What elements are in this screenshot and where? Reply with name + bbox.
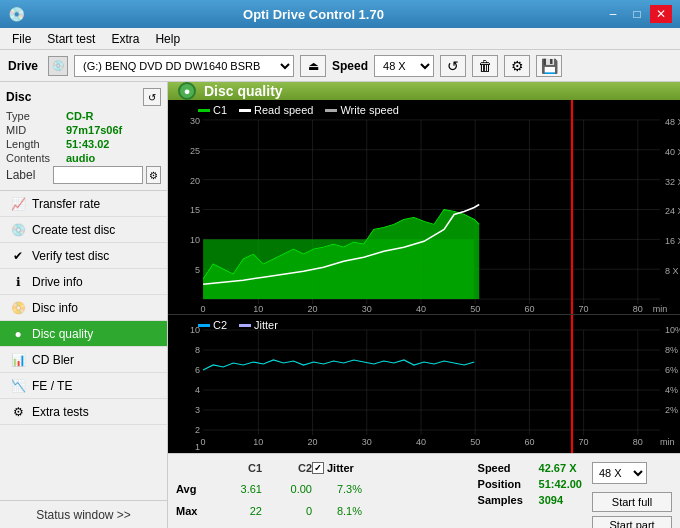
max-c2: 0 [262, 505, 312, 517]
speed-label: Speed [332, 59, 368, 73]
position-value: 51:42.00 [539, 478, 582, 490]
disc-label-input[interactable] [53, 166, 143, 184]
disc-label-settings-button[interactable]: ⚙ [146, 166, 161, 184]
maximize-button[interactable]: □ [626, 5, 648, 23]
title-bar: 💿 Opti Drive Control 1.70 – □ ✕ [0, 0, 680, 28]
sidebar-item-extra-tests[interactable]: ⚙ Extra tests [0, 399, 167, 425]
svg-rect-40 [168, 315, 680, 453]
sidebar-item-transfer-rate[interactable]: 📈 Transfer rate [0, 191, 167, 217]
jitter-checkbox[interactable]: ✓ [312, 462, 324, 474]
disc-refresh-button[interactable]: ↺ [143, 88, 161, 106]
svg-text:20: 20 [308, 437, 318, 447]
cd-bler-icon: 📊 [10, 352, 26, 368]
svg-text:min: min [660, 437, 675, 447]
refresh-button[interactable]: ↺ [440, 55, 466, 77]
svg-text:40: 40 [416, 304, 426, 314]
drive-bar: Drive 💿 (G:) BENQ DVD DD DW1640 BSRB ⏏ S… [0, 50, 680, 82]
eraser-button[interactable]: 🗑 [472, 55, 498, 77]
svg-text:6: 6 [195, 365, 200, 375]
disc-type-value: CD-R [66, 110, 94, 122]
svg-text:4%: 4% [665, 385, 678, 395]
stat-c2-header: C2 [262, 462, 312, 474]
transfer-rate-icon: 📈 [10, 196, 26, 212]
max-jitter: 8.1% [312, 505, 362, 517]
charts-area: C1 Read speed Write speed [168, 100, 680, 453]
create-test-disc-icon: 💿 [10, 222, 26, 238]
sidebar-item-verify-test-disc[interactable]: ✔ Verify test disc [0, 243, 167, 269]
read-speed-legend-color [239, 109, 251, 112]
sidebar-item-disc-info[interactable]: 📀 Disc info [0, 295, 167, 321]
svg-text:1: 1 [195, 442, 200, 452]
svg-text:0: 0 [201, 437, 206, 447]
menu-file[interactable]: File [4, 30, 39, 48]
menu-bar: File Start test Extra Help [0, 28, 680, 50]
position-key: Position [478, 478, 533, 490]
disc-quality-icon-circle: ● [178, 82, 196, 100]
chart-red-line-bottom [571, 315, 573, 453]
sidebar-item-label: Disc quality [32, 327, 93, 341]
speed-select-drive[interactable]: 8 X16 X24 X32 X40 X48 X [374, 55, 434, 77]
action-speed-select[interactable]: 48 X [592, 462, 647, 484]
sidebar-item-label: Extra tests [32, 405, 89, 419]
drive-select[interactable]: (G:) BENQ DVD DD DW1640 BSRB [74, 55, 294, 77]
sidebar-item-cd-bler[interactable]: 📊 CD Bler [0, 347, 167, 373]
disc-contents-value: audio [66, 152, 95, 164]
samples-key: Samples [478, 494, 533, 506]
samples-value: 3094 [539, 494, 563, 506]
svg-text:70: 70 [579, 304, 589, 314]
settings-button[interactable]: ⚙ [504, 55, 530, 77]
sidebar-item-label: Create test disc [32, 223, 115, 237]
svg-text:32 X: 32 X [665, 177, 680, 187]
svg-text:60: 60 [524, 437, 534, 447]
c1-legend-color [198, 109, 210, 112]
drive-label: Drive [8, 59, 38, 73]
svg-text:50: 50 [470, 437, 480, 447]
svg-text:50: 50 [470, 304, 480, 314]
chart-top-legend: C1 Read speed Write speed [198, 104, 399, 116]
menu-help[interactable]: Help [147, 30, 188, 48]
save-button[interactable]: 💾 [536, 55, 562, 77]
svg-text:0: 0 [201, 304, 206, 314]
menu-extra[interactable]: Extra [103, 30, 147, 48]
window-icon: 💿 [8, 6, 25, 22]
svg-text:16 X: 16 X [665, 236, 680, 246]
eject-button[interactable]: ⏏ [300, 55, 326, 77]
start-full-button[interactable]: Start full [592, 492, 672, 512]
sidebar-item-fe-te[interactable]: 📉 FE / TE [0, 373, 167, 399]
svg-text:10: 10 [253, 304, 263, 314]
sidebar-item-label: Transfer rate [32, 197, 100, 211]
svg-text:15: 15 [190, 206, 200, 216]
svg-text:4: 4 [195, 385, 200, 395]
sidebar-item-label: Verify test disc [32, 249, 109, 263]
sidebar: Disc ↺ Type CD-R MID 97m17s06f Length 51… [0, 82, 168, 528]
svg-text:80: 80 [633, 437, 643, 447]
avg-jitter: 7.3% [312, 483, 362, 495]
disc-label-label: Label [6, 168, 53, 182]
svg-text:60: 60 [524, 304, 534, 314]
disc-quality-title: Disc quality [204, 83, 283, 99]
action-buttons: 48 X Start full Start part [592, 458, 672, 528]
disc-type-label: Type [6, 110, 66, 122]
speed-value: 42.67 X [539, 462, 577, 474]
sidebar-item-create-test-disc[interactable]: 💿 Create test disc [0, 217, 167, 243]
minimize-button[interactable]: – [602, 5, 624, 23]
avg-label: Avg [176, 483, 212, 495]
c2-legend-label: C2 [213, 319, 227, 331]
sidebar-item-drive-info[interactable]: ℹ Drive info [0, 269, 167, 295]
svg-text:8: 8 [195, 345, 200, 355]
svg-text:70: 70 [579, 437, 589, 447]
close-button[interactable]: ✕ [650, 5, 672, 23]
svg-text:6%: 6% [665, 365, 678, 375]
chart-top: C1 Read speed Write speed [168, 100, 680, 315]
menu-start-test[interactable]: Start test [39, 30, 103, 48]
start-part-button[interactable]: Start part [592, 516, 672, 529]
stat-jitter-header: Jitter [327, 462, 354, 474]
status-window-button[interactable]: Status window >> [0, 500, 167, 528]
window-title: Opti Drive Control 1.70 [25, 7, 602, 22]
drive-info-icon: ℹ [10, 274, 26, 290]
avg-c2: 0.00 [262, 483, 312, 495]
max-c1: 22 [212, 505, 262, 517]
svg-text:8%: 8% [665, 345, 678, 355]
stats-table: C1 C2 ✓ Jitter Avg 3.61 0.00 7.3% Max 22 [176, 458, 468, 528]
sidebar-item-disc-quality[interactable]: ● Disc quality [0, 321, 167, 347]
